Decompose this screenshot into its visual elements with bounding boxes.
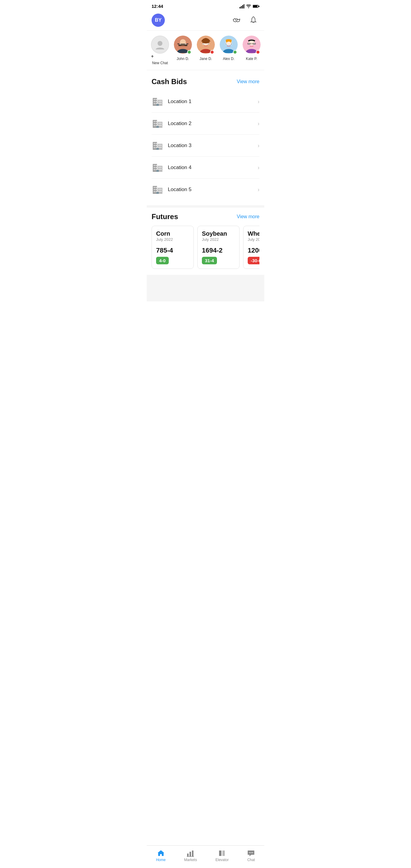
location-4-name: Location 4 — [168, 164, 258, 170]
svg-point-24 — [203, 44, 203, 44]
chat-icon — [247, 849, 255, 857]
futures-card-wheat[interactable]: Wheat July 2022 1200- -30-6 — [243, 226, 259, 269]
building-icon-3 — [152, 139, 164, 151]
building-icon-4 — [152, 161, 164, 173]
handshake-button[interactable] — [230, 14, 243, 26]
person-silhouette-icon — [155, 39, 165, 50]
svg-rect-92 — [156, 170, 159, 172]
svg-rect-96 — [156, 187, 157, 188]
nav-markets[interactable]: Markets — [181, 848, 201, 863]
nav-home[interactable]: Home — [153, 848, 169, 863]
svg-rect-52 — [160, 103, 161, 104]
wheat-month: July 2022 — [248, 237, 259, 242]
svg-point-18 — [185, 44, 186, 44]
kate-status-dot — [256, 50, 260, 54]
svg-rect-107 — [190, 852, 191, 857]
soybean-change: 31-4 — [202, 257, 217, 264]
soybean-price: 1694-2 — [202, 247, 235, 254]
home-nav-icon — [157, 849, 165, 857]
contact-alex[interactable]: Alex D. — [218, 36, 240, 65]
svg-point-7 — [253, 16, 254, 17]
notification-button[interactable] — [247, 14, 259, 26]
corn-commodity: Corn — [156, 230, 189, 237]
corn-change: 4-0 — [156, 257, 169, 264]
svg-rect-6 — [258, 6, 259, 7]
contact-new-chat[interactable]: + New Chat — [149, 36, 171, 65]
contact-john[interactable]: John D. — [172, 36, 194, 65]
svg-rect-46 — [156, 101, 157, 102]
svg-rect-82 — [154, 165, 155, 166]
contacts-row: + New Chat John D. — [147, 31, 264, 70]
svg-point-117 — [251, 852, 252, 853]
svg-rect-89 — [160, 167, 161, 168]
new-chat-label: New Chat — [152, 61, 168, 65]
svg-rect-63 — [160, 123, 161, 124]
svg-rect-2 — [242, 5, 243, 8]
location-3-chevron: › — [258, 143, 259, 149]
svg-rect-75 — [158, 145, 160, 146]
location-4-item[interactable]: Location 4 › — [152, 157, 259, 179]
nav-chat[interactable]: Chat — [244, 848, 258, 863]
location-1-name: Location 1 — [168, 98, 258, 104]
svg-rect-65 — [160, 125, 161, 126]
svg-rect-1 — [241, 6, 242, 8]
location-4-chevron: › — [258, 164, 259, 171]
svg-rect-88 — [158, 167, 160, 168]
svg-point-19 — [181, 45, 184, 47]
status-bar: 12:44 — [147, 0, 264, 11]
location-2-name: Location 2 — [168, 121, 258, 127]
svg-rect-77 — [158, 147, 160, 148]
futures-card-corn[interactable]: Corn July 2022 785-4 4-0 — [152, 226, 194, 269]
handshake-icon — [232, 16, 241, 24]
svg-rect-59 — [156, 123, 157, 124]
svg-rect-43 — [154, 99, 155, 100]
header-icons — [230, 14, 259, 26]
location-2-icon — [152, 117, 164, 130]
cash-bids-view-more[interactable]: View more — [237, 79, 259, 84]
svg-rect-3 — [244, 4, 245, 8]
svg-rect-79 — [156, 148, 159, 150]
new-chat-plus-icon: + — [151, 54, 169, 59]
location-5-name: Location 5 — [168, 187, 258, 193]
corn-price: 785-4 — [156, 247, 189, 254]
svg-rect-49 — [158, 101, 160, 102]
svg-rect-44 — [156, 99, 157, 100]
futures-header: Futures View more — [152, 213, 259, 221]
status-time: 12:44 — [152, 4, 163, 9]
svg-rect-105 — [156, 192, 159, 194]
chat-nav-icon — [247, 849, 255, 857]
contact-kate[interactable]: Kate P. — [241, 36, 262, 65]
wheat-price: 1200- — [248, 247, 259, 254]
header: BY — [147, 11, 264, 31]
location-3-item[interactable]: Location 3 › — [152, 135, 259, 157]
svg-rect-47 — [154, 103, 155, 104]
svg-rect-51 — [158, 103, 160, 104]
location-5-item[interactable]: Location 5 › — [152, 179, 259, 200]
svg-rect-70 — [156, 143, 157, 144]
markets-nav-icon — [187, 849, 194, 857]
svg-rect-71 — [154, 145, 155, 146]
status-icons — [240, 4, 259, 8]
svg-rect-0 — [240, 7, 241, 8]
jane-status-dot — [210, 50, 214, 54]
user-avatar[interactable]: BY — [152, 13, 165, 27]
nav-elevator[interactable]: Elevator — [212, 848, 232, 863]
nav-chat-label: Chat — [247, 858, 255, 862]
svg-rect-113 — [220, 853, 221, 855]
location-1-item[interactable]: Location 1 › — [152, 91, 259, 113]
svg-rect-64 — [158, 125, 160, 126]
svg-rect-5 — [253, 5, 257, 7]
wheat-commodity: Wheat — [248, 230, 259, 237]
nav-markets-label: Markets — [184, 858, 197, 862]
john-status-dot — [187, 50, 191, 54]
futures-card-soybean[interactable]: Soybean July 2022 1694-2 31-4 — [197, 226, 240, 269]
svg-point-30 — [226, 44, 226, 44]
soybean-month: July 2022 — [202, 237, 235, 242]
svg-point-8 — [158, 41, 162, 46]
svg-rect-45 — [154, 101, 155, 102]
futures-view-more[interactable]: View more — [237, 214, 259, 219]
svg-rect-108 — [192, 850, 193, 857]
contact-jane[interactable]: Jane D. — [195, 36, 217, 65]
location-2-item[interactable]: Location 2 › — [152, 113, 259, 135]
wheat-change: -30-6 — [248, 257, 259, 264]
